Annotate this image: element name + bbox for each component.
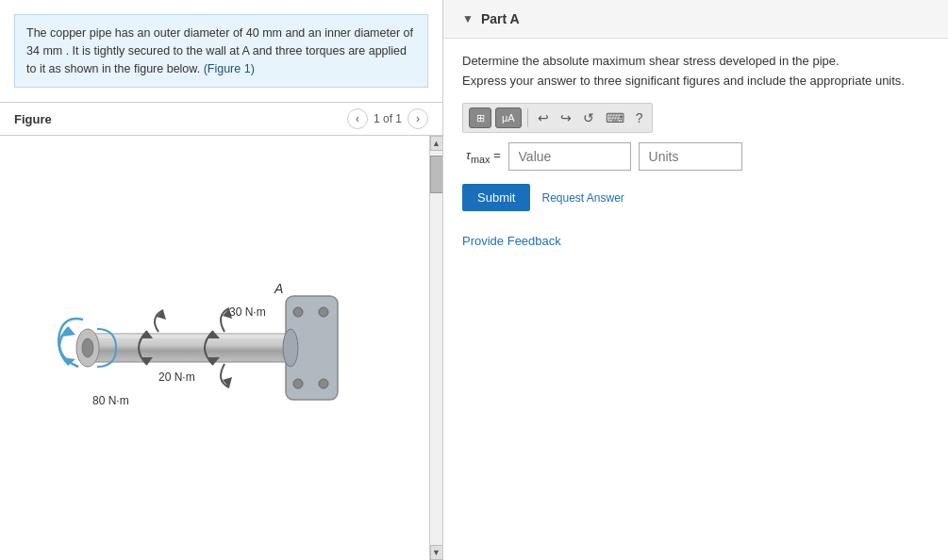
instruction-text-1: Determine the absolute maximum shear str… (462, 54, 929, 68)
figure-link[interactable]: (Figure 1) (204, 62, 255, 75)
grid-icon: ⊞ (476, 112, 485, 124)
help-icon: ? (636, 110, 643, 125)
scroll-up-button[interactable]: ▲ (430, 136, 443, 151)
keyboard-button[interactable]: ⌨ (602, 108, 628, 127)
svg-text:30 N·m: 30 N·m (229, 305, 266, 319)
answer-row: τmax = (466, 142, 929, 171)
undo-button[interactable]: ↩ (534, 108, 553, 127)
figure-next-button[interactable]: › (407, 108, 428, 129)
action-row: Submit Request Answer (462, 184, 929, 211)
part-a-collapse-icon[interactable]: ▼ (462, 12, 474, 25)
provide-feedback-link[interactable]: Provide Feedback (462, 230, 561, 252)
mu-icon: μA (502, 112, 515, 124)
grid-toolbar-button[interactable]: ⊞ (469, 107, 491, 128)
units-input[interactable] (639, 142, 742, 171)
figure-prev-button[interactable]: ‹ (347, 108, 368, 129)
figure-canvas: A (0, 136, 442, 560)
svg-text:20 N·m: 20 N·m (158, 371, 195, 384)
help-button[interactable]: ? (632, 108, 647, 127)
left-panel: The copper pipe has an outer diameter of… (0, 0, 443, 560)
svg-point-2 (319, 307, 328, 317)
tau-label: τmax = (466, 148, 501, 165)
svg-point-8 (82, 338, 93, 357)
reset-icon: ↺ (583, 110, 594, 125)
part-a-title: Part A (481, 11, 520, 26)
scroll-track (430, 151, 443, 545)
right-panel: ▼ Part A Determine the absolute maximum … (443, 0, 948, 560)
figure-scrollbar: ▲ ▼ (429, 136, 442, 560)
figure-page: 1 of 1 (374, 112, 402, 125)
instruction-text-2: Express your answer to three significant… (462, 74, 929, 88)
redo-button[interactable]: ↪ (557, 108, 575, 127)
part-a-content: Determine the absolute maximum shear str… (443, 39, 948, 267)
figure-section: Figure ‹ 1 of 1 › A (0, 102, 442, 560)
a-label: A (274, 281, 283, 296)
redo-icon: ↪ (560, 110, 572, 125)
figure-nav: ‹ 1 of 1 › (347, 108, 428, 129)
svg-point-9 (283, 329, 298, 367)
figure-header: Figure ‹ 1 of 1 › (0, 102, 442, 136)
provide-feedback-section: Provide Feedback (462, 230, 929, 252)
mu-toolbar-button[interactable]: μA (495, 107, 522, 128)
undo-icon: ↩ (538, 110, 549, 125)
svg-point-3 (293, 379, 303, 388)
scroll-down-button[interactable]: ▼ (430, 545, 443, 560)
figure-label: Figure (14, 112, 52, 126)
svg-text:80 N·m: 80 N·m (92, 394, 129, 407)
svg-point-1 (293, 307, 303, 317)
submit-button[interactable]: Submit (462, 184, 530, 211)
toolbar-separator (527, 108, 528, 127)
figure-drawing: A (0, 136, 429, 560)
answer-toolbar: ⊞ μA ↩ ↪ ↺ ⌨ ? (462, 103, 653, 133)
pipe-figure-svg: A (36, 244, 394, 452)
svg-point-4 (319, 379, 328, 388)
svg-rect-6 (88, 334, 291, 338)
scroll-thumb[interactable] (430, 156, 443, 193)
keyboard-icon: ⌨ (606, 110, 624, 125)
request-answer-link[interactable]: Request Answer (541, 191, 624, 205)
problem-text-box: The copper pipe has an outer diameter of… (14, 14, 428, 88)
part-a-header: ▼ Part A (443, 0, 948, 39)
reset-button[interactable]: ↺ (579, 108, 598, 127)
value-input[interactable] (508, 142, 631, 171)
